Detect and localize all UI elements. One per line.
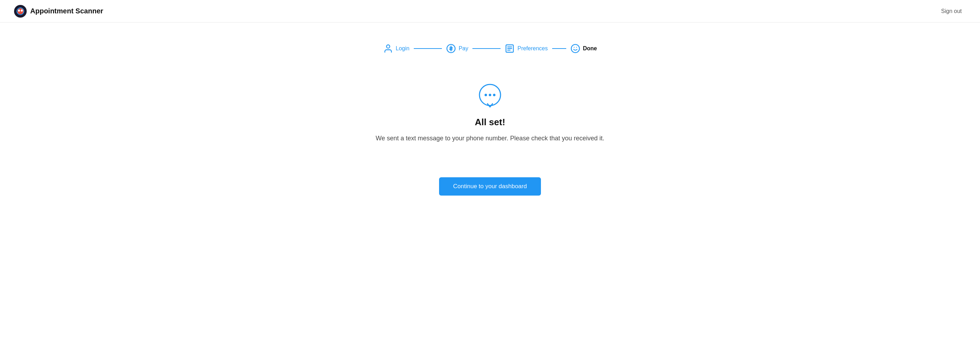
step-done-label: Done [583,45,597,52]
svg-point-13 [484,94,487,96]
step-done: Done [570,44,597,53]
person-icon [383,44,393,53]
sign-out-button[interactable]: Sign out [937,5,966,17]
dollar-circle-icon [446,44,456,53]
svg-point-3 [387,45,390,48]
step-login-label: Login [396,45,410,52]
all-set-title: All set! [475,117,506,128]
step-preferences-label: Preferences [517,45,547,52]
done-section: All set! We sent a text message to your … [375,82,604,142]
list-icon [505,44,515,53]
svg-point-14 [488,94,491,96]
svg-point-1 [18,10,20,11]
continue-dashboard-button[interactable]: Continue to your dashboard [439,177,541,195]
step-pay: Pay [446,44,469,53]
logo-area: Appointment Scanner [14,5,103,18]
connector-1 [414,48,442,49]
svg-point-15 [493,94,495,96]
app-header: Appointment Scanner Sign out [0,0,980,22]
connector-2 [473,48,501,49]
app-logo-text: Appointment Scanner [30,7,103,15]
svg-point-2 [21,10,23,11]
step-pay-label: Pay [459,45,469,52]
svg-point-9 [571,44,579,53]
progress-steps: Login Pay Preferences [383,44,597,53]
smiley-icon [570,44,580,53]
subtitle-text: We sent a text message to your phone num… [375,135,604,142]
step-login: Login [383,44,410,53]
app-logo-icon [14,5,27,18]
step-preferences: Preferences [505,44,547,53]
chat-bubble-icon [476,82,504,110]
connector-3 [552,48,566,49]
main-content: Login Pay Preferences [0,22,980,217]
